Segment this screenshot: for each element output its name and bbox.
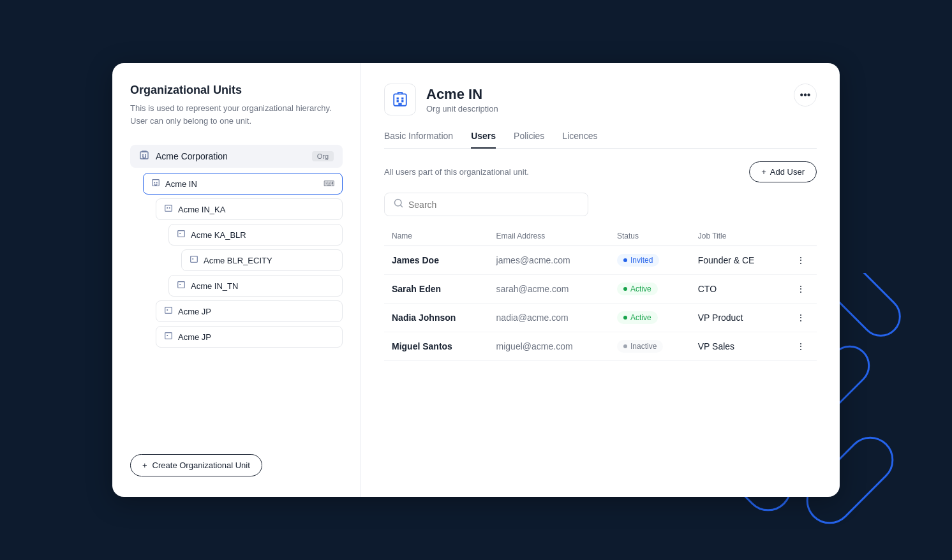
node-label: Acme KA_BLR — [191, 230, 246, 240]
tab-licences[interactable]: Licences — [562, 131, 597, 149]
tree-level-4: Acme BLR_ECITY — [181, 249, 343, 271]
cell-job: VP Product — [690, 304, 785, 332]
svg-rect-7 — [142, 156, 144, 158]
search-box[interactable] — [384, 193, 588, 216]
create-org-unit-button[interactable]: + Create Organizational Unit — [130, 454, 262, 476]
main-card: Organizational Units This is used to rep… — [112, 63, 840, 497]
cell-email: nadia@acme.com — [489, 304, 609, 332]
header-left: Acme IN Org unit description — [384, 84, 498, 115]
cell-name: Nadia Johnson — [384, 304, 489, 332]
tree-node-acme-in[interactable]: Acme IN ⌨ — [143, 173, 343, 195]
users-section-header: All users part of this organizational un… — [384, 161, 817, 182]
org-badge: Org — [312, 151, 334, 161]
node-label: Acme IN_KA — [178, 205, 225, 214]
svg-rect-30 — [397, 98, 399, 99]
svg-rect-21 — [191, 256, 198, 263]
org-unit-icon — [384, 84, 416, 115]
cell-email: miguel@acme.com — [489, 332, 609, 361]
cell-email: sarah@acme.com — [489, 275, 609, 304]
node-icon — [177, 280, 186, 291]
svg-rect-27 — [165, 333, 172, 339]
org-description: Org unit description — [426, 104, 498, 114]
svg-rect-17 — [167, 207, 168, 209]
tabs-bar: Basic Information Users Policies Licence… — [384, 131, 817, 149]
node-icon — [177, 229, 186, 240]
svg-rect-23 — [178, 282, 185, 288]
cell-name: Sarah Eden — [384, 275, 489, 304]
svg-rect-14 — [156, 184, 158, 185]
tree-level-2c: Acme JP — [156, 326, 343, 348]
cell-status: Active — [609, 304, 690, 332]
tab-users[interactable]: Users — [471, 131, 496, 149]
svg-rect-24 — [179, 284, 181, 285]
status-dot — [623, 344, 627, 348]
status-badge: Invited — [617, 254, 659, 267]
row-menu-button[interactable]: ⋮ — [785, 332, 817, 361]
ellipsis-icon: ••• — [800, 89, 811, 101]
users-table: Name Email Address Status Job Title Jame… — [384, 226, 817, 361]
tree-level-2b: Acme JP Acme JP — [156, 300, 343, 348]
table-row: Sarah Eden sarah@acme.com Active CTO ⋮ — [384, 275, 817, 304]
add-user-label: Add User — [770, 167, 805, 177]
tab-policies[interactable]: Policies — [514, 131, 544, 149]
create-btn-label: Create Organizational Unit — [152, 461, 250, 470]
col-status: Status — [609, 226, 690, 246]
svg-rect-19 — [178, 231, 185, 237]
node-icon — [164, 331, 173, 343]
org-name: Acme IN — [426, 86, 498, 103]
tree-node-acme-in-ka[interactable]: Acme IN_KA — [156, 198, 343, 220]
svg-rect-33 — [401, 100, 403, 102]
building-icon — [139, 150, 149, 163]
tree-level-2a: Acme IN_KA Acme KA_BLR — [156, 198, 343, 297]
tree-root-node[interactable]: Acme Corporation Org — [130, 145, 343, 168]
node-label: Acme BLR_ECITY — [204, 256, 272, 265]
root-label: Acme Corporation — [156, 151, 306, 161]
users-description: All users part of this organizational un… — [384, 167, 529, 177]
tab-basic-information[interactable]: Basic Information — [384, 131, 453, 149]
cursor-icon: ⌨ — [324, 179, 334, 188]
more-options-button[interactable]: ••• — [794, 84, 817, 107]
svg-rect-15 — [154, 185, 157, 186]
node-icon — [190, 254, 198, 266]
tree-node-acme-jp2[interactable]: Acme JP — [156, 326, 343, 348]
cell-email: james@acme.com — [489, 246, 609, 275]
svg-rect-9 — [143, 158, 145, 159]
cell-name: James Doe — [384, 246, 489, 275]
svg-rect-22 — [192, 258, 193, 260]
row-menu-button[interactable]: ⋮ — [785, 246, 817, 275]
cell-job: Founder & CE — [690, 246, 785, 275]
svg-rect-8 — [145, 156, 146, 158]
table-row: Nadia Johnson nadia@acme.com Active VP P… — [384, 304, 817, 332]
col-job: Job Title — [690, 226, 785, 246]
plus-icon: + — [142, 461, 147, 470]
svg-rect-32 — [397, 100, 399, 102]
row-menu-button[interactable]: ⋮ — [785, 304, 817, 332]
col-name: Name — [384, 226, 489, 246]
right-panel: Acme IN Org unit description ••• Basic I… — [361, 63, 840, 497]
cell-status: Inactive — [609, 332, 690, 361]
svg-rect-34 — [398, 103, 401, 105]
node-icon — [164, 203, 173, 215]
svg-rect-5 — [142, 154, 144, 156]
add-user-button[interactable]: + Add User — [749, 161, 817, 182]
svg-rect-16 — [165, 205, 172, 212]
status-badge: Inactive — [617, 340, 663, 353]
table-row: James Doe james@acme.com Invited Founder… — [384, 246, 817, 275]
search-icon — [394, 198, 403, 210]
status-dot — [623, 316, 627, 320]
tree-node-acme-jp[interactable]: Acme JP — [156, 300, 343, 322]
row-menu-button[interactable]: ⋮ — [785, 275, 817, 304]
search-input[interactable] — [408, 200, 579, 210]
node-icon — [151, 178, 160, 189]
tree-node-acme-in-tn[interactable]: Acme IN_TN — [168, 275, 343, 297]
tree-node-acme-blr-ecity[interactable]: Acme BLR_ECITY — [181, 249, 343, 271]
col-email: Email Address — [489, 226, 609, 246]
left-panel-description: This is used to represent your organizat… — [130, 102, 343, 127]
cell-status: Active — [609, 275, 690, 304]
cell-name: Miguel Santos — [384, 332, 489, 361]
tree-node-acme-ka-blr[interactable]: Acme KA_BLR — [168, 224, 343, 246]
node-label: Acme IN_TN — [191, 281, 238, 291]
status-badge: Active — [617, 311, 658, 324]
org-tree: Acme Corporation Org — [130, 145, 343, 439]
svg-rect-6 — [145, 154, 146, 156]
